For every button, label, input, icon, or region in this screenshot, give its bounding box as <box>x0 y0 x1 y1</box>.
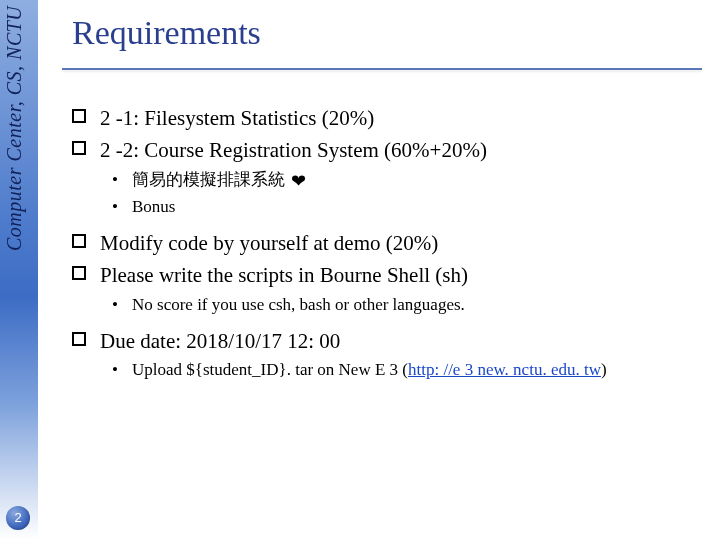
bullet-2-2-sublist: 簡易的模擬排課系統 ❤ Bonus <box>112 169 692 219</box>
bullet-2-1: 2 -1: Filesystem Statistics (20%) <box>72 104 692 132</box>
sub-item-bonus: Bonus <box>112 196 692 219</box>
bullet-due-date-sublist: Upload ${student_ID}. tar on New E 3 (ht… <box>112 359 692 382</box>
e3-link[interactable]: http: //e 3 new. nctu. edu. tw <box>408 360 601 379</box>
sidebar-affiliation-text: Computer Center, CS, NCTU <box>3 6 35 326</box>
bullet-modify: Modify code by yourself at demo (20%) <box>72 229 692 257</box>
sub-item-noscore: No score if you use csh, bash or other l… <box>112 294 692 317</box>
bullet-due-date: Due date: 2018/10/17 12: 00 <box>72 327 692 355</box>
heart-icon: ❤ <box>289 171 306 191</box>
sub-item-upload: Upload ${student_ID}. tar on New E 3 (ht… <box>112 359 692 382</box>
upload-suffix: ) <box>601 360 607 379</box>
bullet-2-2: 2 -2: Course Registration System (60%+20… <box>72 136 692 164</box>
sub-item-system-text: 簡易的模擬排課系統 <box>132 170 285 189</box>
slide-title: Requirements <box>72 14 261 52</box>
title-underline <box>62 68 702 70</box>
sub-item-system: 簡易的模擬排課系統 ❤ <box>112 169 692 193</box>
slide: Computer Center, CS, NCTU Requirements 2… <box>0 0 720 540</box>
page-number-badge: 2 <box>6 506 30 530</box>
bullet-bourne-shell: Please write the scripts in Bourne Shell… <box>72 261 692 289</box>
bullet-bourne-shell-sublist: No score if you use csh, bash or other l… <box>112 294 692 317</box>
slide-body: 2 -1: Filesystem Statistics (20%) 2 -2: … <box>72 104 692 392</box>
upload-prefix: Upload ${student_ID}. tar on New E 3 ( <box>132 360 408 379</box>
